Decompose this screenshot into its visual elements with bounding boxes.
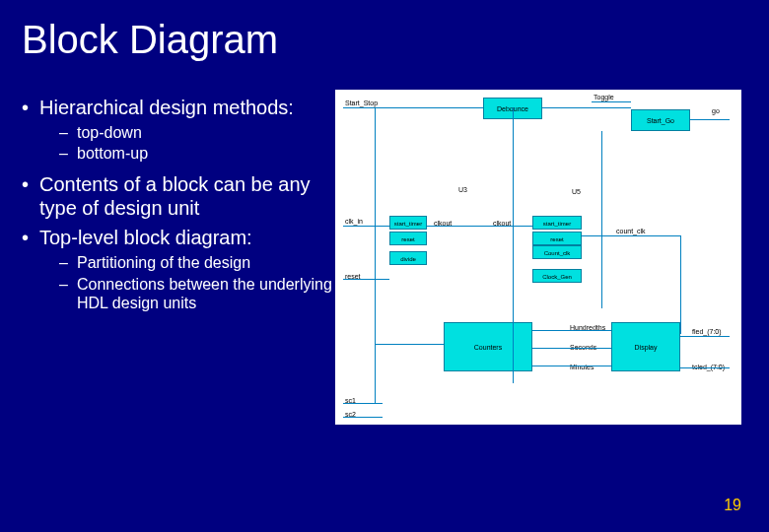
wire xyxy=(532,366,611,366)
wire xyxy=(427,226,532,227)
wire xyxy=(343,226,389,227)
page-number: 19 xyxy=(724,497,741,514)
bullet-contents: Contents of a block can be any type of d… xyxy=(16,172,335,220)
block-reset2: reset xyxy=(532,232,582,245)
block-display: Display xyxy=(611,322,680,371)
subbullet-connections: Connections between the underlying HDL d… xyxy=(16,275,335,312)
bullet-toplevel: Top-level block diagram: xyxy=(16,226,335,249)
wire xyxy=(680,336,730,337)
wire xyxy=(680,367,730,368)
label-toggle: Toggle xyxy=(594,94,614,100)
label-fled: fled_(7:0) xyxy=(692,328,722,335)
subbullet-partitioning: Partitioning of the design xyxy=(16,253,335,272)
label-startstop: Start_Stop xyxy=(345,100,378,106)
label-u5: U5 xyxy=(572,188,581,195)
wire xyxy=(343,417,383,418)
subbullet-bottomup: bottom-up xyxy=(16,144,335,163)
slide-content: Hierarchical design methods: top-down bo… xyxy=(0,70,769,425)
wire xyxy=(343,279,389,280)
label-u3: U3 xyxy=(458,186,467,193)
block-counters: Counters xyxy=(444,322,532,371)
wire xyxy=(375,107,376,403)
subbullet-topdown: top-down xyxy=(16,123,335,142)
wire xyxy=(690,119,730,120)
wire xyxy=(375,344,444,345)
text-column: Hierarchical design methods: top-down bo… xyxy=(10,90,335,425)
label-countclk: count_clk xyxy=(616,228,646,234)
wire xyxy=(532,348,611,349)
wire xyxy=(680,235,681,334)
slide-title: Block Diagram xyxy=(0,0,769,70)
block-start2: start_timer xyxy=(532,216,582,230)
wire xyxy=(542,107,631,108)
block-diagram: Debounce Start_Go start_timer reset divi… xyxy=(335,90,741,425)
block-divide: divide xyxy=(389,251,427,265)
block-start-timer: start_timer xyxy=(389,216,427,230)
wire xyxy=(513,107,514,383)
wire xyxy=(601,131,602,308)
block-countclk: Count_clk xyxy=(532,245,582,259)
block-reset-timer: reset xyxy=(389,232,427,245)
wire xyxy=(582,235,680,236)
block-clockgen: Clock_Gen xyxy=(532,269,582,283)
wire xyxy=(592,101,631,102)
wire xyxy=(343,107,483,108)
block-startgo: Start_Go xyxy=(631,109,690,131)
label-go: go xyxy=(712,107,720,114)
wire xyxy=(343,403,383,404)
bullet-hierarchical: Hierarchical design methods: xyxy=(16,96,335,119)
wire xyxy=(532,330,611,331)
label-clkin: clk_in xyxy=(345,218,363,225)
